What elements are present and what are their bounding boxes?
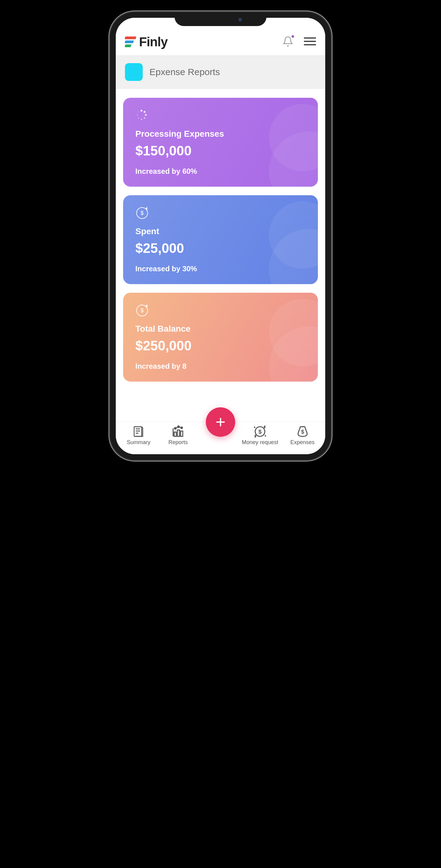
phone-notch [175, 12, 266, 26]
svg-point-10 [138, 111, 139, 113]
reports-icon [171, 425, 184, 438]
phone-frame: Finly [110, 12, 331, 460]
nav-summary[interactable]: Summary [123, 425, 154, 446]
svg-rect-15 [134, 427, 142, 436]
svg-text:$: $ [141, 307, 144, 314]
svg-point-4 [144, 111, 145, 113]
svg-point-6 [144, 117, 145, 119]
svg-point-5 [145, 114, 147, 116]
svg-text:$: $ [141, 210, 144, 216]
spent-card[interactable]: $ Spent $25,000 Increased by 30% [123, 195, 318, 284]
add-button[interactable]: + [206, 407, 235, 437]
notifications-button[interactable] [282, 36, 294, 48]
svg-text:$: $ [301, 429, 304, 435]
nav-reports[interactable]: Reports [163, 425, 193, 446]
section-header: Epxense Reports [116, 56, 325, 89]
phone-screen: Finly [116, 18, 325, 454]
expenses-icon: $ [296, 425, 309, 438]
brand-logo[interactable]: Finly [125, 35, 168, 49]
svg-rect-16 [174, 432, 176, 436]
nav-expenses[interactable]: $ Expenses [287, 425, 318, 446]
nav-label: Reports [168, 439, 188, 446]
svg-point-7 [141, 119, 142, 120]
menu-button[interactable] [304, 37, 316, 47]
svg-point-8 [138, 117, 139, 119]
nav-label: Summary [127, 439, 150, 446]
summary-icon [132, 425, 145, 438]
svg-rect-17 [178, 430, 180, 436]
brand-logo-icon [125, 36, 136, 48]
nav-label: Money request [242, 439, 278, 446]
notification-dot-icon [292, 35, 294, 38]
svg-rect-2 [304, 44, 316, 45]
svg-text:$: $ [259, 429, 262, 435]
section-title: Epxense Reports [149, 67, 220, 77]
nav-money-request[interactable]: $ Money request [242, 425, 278, 446]
svg-rect-1 [304, 41, 316, 42]
processing-expenses-card[interactable]: Processing Expenses $150,000 Increased b… [123, 98, 318, 187]
content-area[interactable]: Processing Expenses $150,000 Increased b… [116, 89, 325, 422]
svg-rect-0 [304, 37, 316, 39]
svg-point-9 [137, 114, 138, 116]
bottom-nav: + Summary [116, 422, 325, 454]
hamburger-icon [304, 37, 316, 46]
section-badge-icon [125, 63, 143, 81]
total-balance-card[interactable]: $ Total Balance $250,000 Increased by 8 [123, 293, 318, 381]
nav-label: Expenses [290, 439, 314, 446]
bell-icon [282, 36, 294, 47]
svg-point-3 [141, 110, 142, 112]
money-request-icon: $ [253, 425, 266, 438]
svg-rect-18 [181, 431, 183, 436]
brand-name: Finly [139, 35, 168, 49]
plus-icon: + [215, 413, 226, 431]
